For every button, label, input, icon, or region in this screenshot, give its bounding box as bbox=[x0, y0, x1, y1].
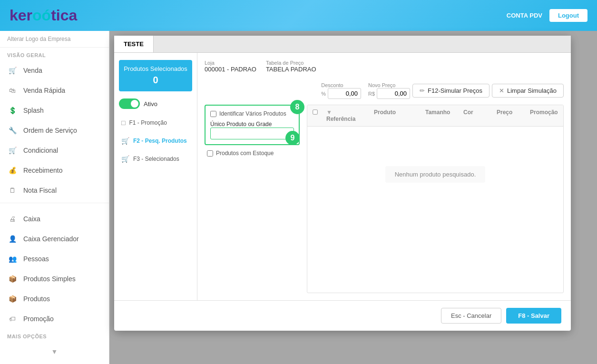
sidebar-item-label: Produtos bbox=[23, 295, 50, 303]
box-icon: 📦 bbox=[7, 274, 18, 284]
product-table: ▼ Referência Produto Tamanho Cor Preço P… bbox=[307, 105, 564, 293]
toggle-label: Ativo bbox=[144, 100, 157, 108]
sidebar-item-label: Ordem de Serviço bbox=[23, 127, 77, 134]
sidebar-item-splash[interactable]: 💲 Splash bbox=[0, 100, 109, 120]
sidebar-item-produtos-simples[interactable]: 📦 Produtos Simples bbox=[0, 269, 109, 289]
logo-ker: ker bbox=[10, 7, 32, 24]
identify-multiple-label: Identificar Vários Produtos bbox=[219, 110, 286, 117]
identify-multiple-checkbox[interactable] bbox=[210, 111, 216, 117]
nav-item-f3[interactable]: 🛒 F3 - Selecionados bbox=[119, 152, 192, 166]
printer-icon: 🖨 bbox=[7, 214, 18, 224]
sidebar-item-venda-rapida[interactable]: 🛍 Venda Rápida bbox=[0, 80, 109, 100]
sidebar-item-promocao[interactable]: 🏷 Promoção bbox=[0, 309, 109, 329]
logout-button[interactable]: Logout bbox=[549, 9, 587, 22]
conta-pdv-label: CONTA PDV bbox=[507, 12, 542, 19]
nav-item-f1-label: F1 - Promoção bbox=[129, 119, 166, 126]
f2-icon: 🛒 bbox=[121, 137, 129, 145]
stock-filter-row: Produtos com Estoque bbox=[205, 150, 300, 157]
product-search-input[interactable] bbox=[210, 128, 294, 139]
f3-icon: 🛒 bbox=[121, 155, 129, 163]
table-header: ▼ Referência Produto Tamanho Cor Preço P… bbox=[307, 105, 563, 127]
no-results-message: Nenhum produto pesquisado. bbox=[385, 166, 486, 183]
tag-icon: 🏷 bbox=[7, 314, 18, 324]
header: keroótica CONTA PDV Logout bbox=[0, 0, 597, 31]
new-price-block: Novo Preço R$ bbox=[368, 82, 410, 99]
identify-multiple-row: Identificar Vários Produtos bbox=[210, 110, 294, 117]
sidebar-item-condicional[interactable]: 🛒 Condicional bbox=[0, 140, 109, 160]
sort-icon: ▼ bbox=[326, 109, 332, 116]
modal-footer: Esc - Cancelar F8 - Salvar bbox=[114, 300, 571, 331]
sidebar-item-ordem[interactable]: 🔧 Ordem de Serviço bbox=[0, 120, 109, 140]
sidebar-item-nota-fiscal[interactable]: 🗒 Nota Fiscal bbox=[0, 180, 109, 200]
ativo-toggle[interactable] bbox=[119, 98, 140, 109]
new-price-label: Novo Preço bbox=[368, 82, 410, 88]
sidebar-item-recebimento[interactable]: 💰 Recebimento bbox=[0, 160, 109, 180]
scroll-down-button[interactable]: ▼ bbox=[0, 344, 109, 359]
discount-block: Desconto % bbox=[321, 82, 361, 99]
sidebar-item-venda[interactable]: 🛒 Venda bbox=[0, 60, 109, 80]
sidebar-item-label: Promoção bbox=[23, 315, 54, 323]
logo-o1: o bbox=[32, 7, 42, 24]
box2-icon: 📦 bbox=[7, 294, 18, 304]
th-produto: Produto bbox=[369, 109, 421, 122]
change-logo-text: Alterar Logo da Empresa bbox=[7, 36, 70, 42]
products-selected-count: 0 bbox=[124, 73, 187, 87]
new-price-input[interactable] bbox=[377, 88, 410, 99]
currency-label: R$ bbox=[368, 91, 375, 97]
stock-filter-checkbox[interactable] bbox=[207, 150, 213, 157]
money-icon: 💰 bbox=[7, 165, 18, 176]
th-cor: Cor bbox=[459, 109, 492, 122]
sidebar-item-label: Venda Rápida bbox=[23, 87, 65, 94]
price-table-label: Tabela de Preço bbox=[266, 60, 316, 66]
sidebar: Alterar Logo da Empresa VISÃO GERAL 🛒 Ve… bbox=[0, 31, 109, 364]
note-icon: 🗒 bbox=[7, 185, 18, 196]
dollar-icon: 💲 bbox=[7, 105, 18, 116]
th-referencia[interactable]: ▼ Referência bbox=[322, 109, 369, 122]
header-right: CONTA PDV Logout bbox=[507, 9, 587, 22]
clear-simulation-button[interactable]: ✕ Limpar Simulação bbox=[492, 84, 564, 98]
th-preco: Preço bbox=[492, 109, 525, 122]
modal-right-panel: Loja 000001 - PADRAO Tabela de Preço TAB… bbox=[197, 53, 571, 300]
nav-item-f2-label: F2 - Pesq. Produtos bbox=[133, 138, 187, 144]
logo: keroótica bbox=[10, 7, 77, 24]
user-icon: 👤 bbox=[7, 234, 18, 244]
nav-item-f1[interactable]: □ F1 - Promoção bbox=[119, 116, 192, 129]
step-8-badge: 8 bbox=[290, 100, 304, 114]
table-column: ▼ Referência Produto Tamanho Cor Preço P… bbox=[307, 105, 564, 293]
modal-body: Produtos Selecionados 0 Ativo □ F1 - Pro… bbox=[114, 53, 571, 300]
th-check bbox=[307, 109, 322, 122]
main-content: TESTE Produtos Selecionados 0 Ativo □ bbox=[109, 31, 597, 364]
sidebar-logo-area: Alterar Logo da Empresa bbox=[0, 31, 109, 48]
products-selected-button[interactable]: Produtos Selecionados 0 bbox=[119, 60, 192, 91]
sidebar-item-produtos[interactable]: 📦 Produtos bbox=[0, 289, 109, 309]
store-info-block: Loja 000001 - PADRAO bbox=[205, 60, 256, 73]
f1-icon: □ bbox=[121, 119, 125, 127]
save-button[interactable]: F8 - Salvar bbox=[506, 308, 561, 324]
content-row: 8 Identificar Vários Produtos Único Prod… bbox=[205, 105, 564, 293]
sidebar-item-pessoas[interactable]: 👥 Pessoas bbox=[0, 249, 109, 269]
sidebar-item-label: Caixa Gerenciador bbox=[23, 235, 79, 243]
simulate-prices-button[interactable]: ✏ F12-Simular Preços bbox=[412, 84, 489, 98]
sidebar-item-caixa-gerenciador[interactable]: 👤 Caixa Gerenciador bbox=[0, 229, 109, 249]
price-table-block: Tabela de Preço TABELA PADRAO bbox=[266, 60, 316, 73]
wrench-icon: 🔧 bbox=[7, 125, 18, 136]
single-product-label: Único Produto ou Grade bbox=[210, 121, 294, 128]
step-9-badge: 9 bbox=[285, 131, 300, 145]
sidebar-item-label: Pessoas bbox=[23, 255, 49, 263]
cart-icon: 🛒 bbox=[7, 65, 18, 76]
sidebar-item-caixa[interactable]: 🖨 Caixa bbox=[0, 209, 109, 229]
select-all-checkbox[interactable] bbox=[313, 109, 317, 114]
cancel-button[interactable]: Esc - Cancelar bbox=[441, 308, 501, 324]
modal-tab-teste[interactable]: TESTE bbox=[114, 36, 154, 52]
x-icon: ✕ bbox=[499, 87, 504, 94]
logo-tica: tica bbox=[51, 7, 77, 24]
th-promocao: Promoção bbox=[525, 109, 563, 122]
modal-overlay: TESTE Produtos Selecionados 0 Ativo □ bbox=[109, 31, 597, 364]
people-icon: 👥 bbox=[7, 254, 18, 264]
bag-icon: 🛍 bbox=[7, 85, 18, 96]
search-column: 8 Identificar Vários Produtos Único Prod… bbox=[205, 105, 300, 293]
cart2-icon: 🛒 bbox=[7, 145, 18, 156]
sidebar-more-options: MAIS OPÇÕES bbox=[0, 329, 109, 344]
nav-item-f2[interactable]: 🛒 F2 - Pesq. Produtos bbox=[119, 134, 192, 148]
discount-input[interactable] bbox=[328, 88, 361, 99]
